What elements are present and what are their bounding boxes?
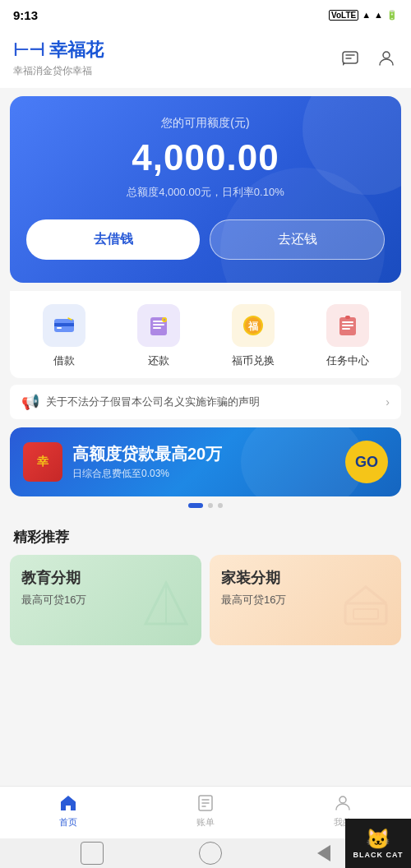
menu-label-repay: 还款 bbox=[148, 353, 169, 368]
recent-button[interactable] bbox=[317, 845, 330, 861]
nav-bills-label: 账单 bbox=[196, 816, 215, 829]
svg-rect-17 bbox=[345, 316, 350, 319]
svg-point-1 bbox=[383, 52, 390, 58]
menu-item-repay[interactable]: 还款 bbox=[111, 304, 206, 368]
svg-point-27 bbox=[339, 796, 346, 803]
logo-icon: ⊢⊣ bbox=[13, 39, 44, 61]
menu-item-task[interactable]: 任务中心 bbox=[300, 304, 395, 368]
nav-home[interactable]: 首页 bbox=[0, 793, 137, 829]
volte-icon: VoLTE bbox=[329, 10, 358, 21]
svg-rect-3 bbox=[54, 323, 74, 326]
svg-rect-16 bbox=[342, 328, 350, 330]
banner-subtitle: 日综合息费低至0.03% bbox=[72, 467, 345, 481]
battery-icon: 🔋 bbox=[386, 10, 398, 21]
svg-rect-22 bbox=[353, 609, 378, 619]
svg-rect-21 bbox=[345, 603, 386, 624]
banner-title: 高额度贷款最高20万 bbox=[72, 444, 345, 464]
banner-dots bbox=[10, 503, 401, 508]
nav-bills[interactable]: 账单 bbox=[137, 793, 275, 829]
nav-home-label: 首页 bbox=[59, 816, 77, 829]
banner-dot-2 bbox=[208, 503, 213, 508]
credit-section: 您的可用额度(元) 4,000.00 总额度4,000.00元，日利率0.10%… bbox=[10, 96, 401, 283]
nav-bills-icon bbox=[196, 793, 215, 813]
logo-title: ⊢⊣ 幸福花 bbox=[13, 38, 104, 62]
banner-go-button[interactable]: GO bbox=[345, 441, 388, 483]
home-bar: 🐱 BLACK CAT bbox=[0, 838, 411, 868]
recommend-card-home[interactable]: 家装分期 最高可贷16万 bbox=[210, 555, 401, 645]
home-button[interactable] bbox=[199, 842, 222, 865]
banner-content: 高额度贷款最高20万 日综合息费低至0.03% bbox=[72, 444, 345, 481]
borrow-button[interactable]: 去借钱 bbox=[26, 219, 200, 260]
repay-button[interactable]: 去还钱 bbox=[210, 219, 385, 260]
credit-detail: 总额度4,000.00元，日利率0.10% bbox=[26, 185, 385, 200]
banner-icon bbox=[23, 442, 62, 482]
back-button[interactable] bbox=[81, 842, 104, 865]
recommend-cards: 教育分期 最高可贷16万 家装分期 最高可贷16万 bbox=[0, 555, 411, 658]
credit-label: 您的可用额度(元) bbox=[26, 116, 385, 131]
svg-rect-4 bbox=[57, 327, 62, 329]
banner-dot-1 bbox=[188, 503, 203, 508]
status-time: 9:13 bbox=[13, 8, 38, 22]
app-header: ⊢⊣ 幸福花 幸福消金贷你幸福 bbox=[0, 30, 411, 88]
header-actions bbox=[339, 47, 398, 70]
menu-label-exchange: 福币兑换 bbox=[232, 353, 275, 368]
app-title: 幸福花 bbox=[49, 38, 104, 62]
wifi-icon: ▲ bbox=[362, 10, 371, 20]
notice-icon: 📢 bbox=[21, 393, 39, 411]
menu-label-borrow: 借款 bbox=[53, 353, 75, 368]
banner[interactable]: 高额度贷款最高20万 日综合息费低至0.03% GO bbox=[10, 427, 401, 496]
black-cat-watermark: 🐱 BLACK CAT bbox=[345, 819, 411, 868]
cat-icon: 🐱 bbox=[366, 828, 390, 851]
svg-rect-8 bbox=[153, 327, 161, 329]
black-cat-label: BLACK CAT bbox=[353, 851, 404, 859]
credit-buttons: 去借钱 去还钱 bbox=[26, 219, 385, 260]
nav-home-icon bbox=[58, 793, 78, 813]
repay-icon bbox=[137, 304, 180, 347]
svg-rect-15 bbox=[342, 325, 353, 326]
app-subtitle: 幸福消金贷你幸福 bbox=[13, 64, 104, 78]
signal-icon: ▲ bbox=[374, 10, 383, 20]
notice-text: 关于不法分子假冒本公司名义实施诈骗的声明 bbox=[46, 395, 379, 409]
menu-label-task: 任务中心 bbox=[326, 353, 369, 368]
quick-menu: 借款 还款 福 bbox=[10, 291, 401, 378]
status-icons: VoLTE ▲ ▲ 🔋 bbox=[329, 10, 398, 21]
nav-mine-icon bbox=[333, 793, 353, 813]
svg-text:福: 福 bbox=[247, 321, 258, 332]
menu-item-borrow[interactable]: 借款 bbox=[16, 304, 111, 368]
svg-rect-14 bbox=[342, 321, 353, 323]
notice-arrow: › bbox=[386, 395, 390, 409]
notice-bar[interactable]: 📢 关于不法分子假冒本公司名义实施诈骗的声明 › bbox=[10, 385, 401, 419]
card-education-icon bbox=[137, 575, 195, 642]
exchange-icon: 福 bbox=[232, 304, 275, 347]
recommend-card-education[interactable]: 教育分期 最高可贷16万 bbox=[10, 555, 201, 645]
banner-dot-3 bbox=[218, 503, 223, 508]
banner-section: 高额度贷款最高20万 日综合息费低至0.03% GO bbox=[10, 427, 401, 508]
profile-button[interactable] bbox=[375, 47, 398, 70]
section-title: 精彩推荐 bbox=[0, 516, 411, 555]
card-home-icon bbox=[337, 575, 395, 642]
credit-amount: 4,000.00 bbox=[26, 137, 385, 178]
message-button[interactable] bbox=[339, 47, 362, 70]
svg-rect-0 bbox=[343, 52, 358, 63]
svg-rect-7 bbox=[153, 324, 164, 326]
borrow-icon bbox=[43, 304, 85, 347]
status-bar: 9:13 VoLTE ▲ ▲ 🔋 bbox=[0, 0, 411, 30]
app-logo: ⊢⊣ 幸福花 幸福消金贷你幸福 bbox=[13, 38, 104, 78]
task-icon bbox=[326, 304, 369, 347]
menu-item-exchange[interactable]: 福 福币兑换 bbox=[206, 304, 300, 368]
